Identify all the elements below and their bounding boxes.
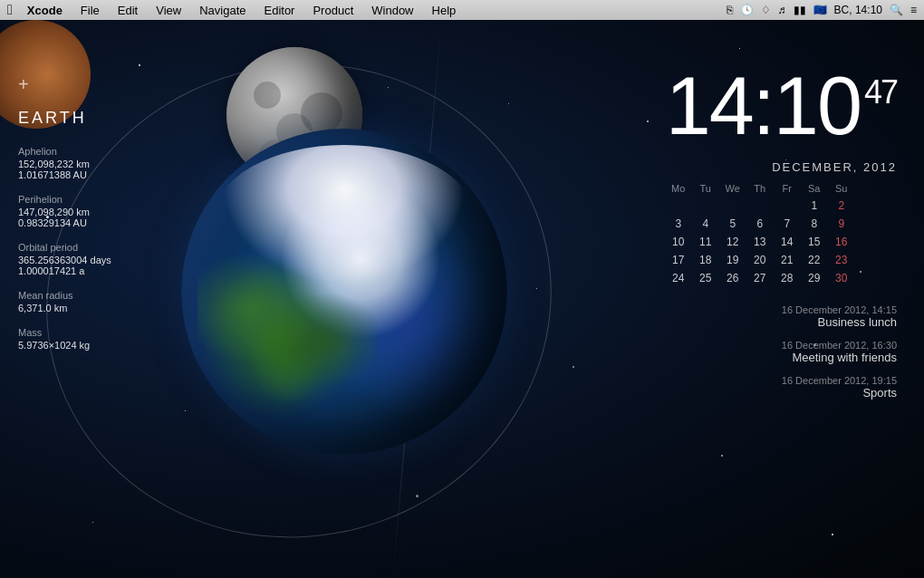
clock-panel: 14:1047 DECEMBER, 2012 Mo Tu We Th Fr Sa…	[666, 65, 897, 410]
orbital-row: Orbital period 365.256363004 days 1.0000…	[18, 242, 111, 276]
cal-day-8: 8	[802, 216, 827, 232]
volume-icon: ♬	[778, 4, 786, 16]
perihelion-label: Perihelion	[18, 194, 111, 205]
menu-editor[interactable]: Editor	[256, 0, 302, 20]
aphelion-km: 152,098,232 km	[18, 159, 111, 169]
event-1-datetime: 16 December 2012, 14:15	[666, 304, 897, 315]
cal-day-7: 7	[775, 216, 800, 232]
cal-day-11: 11	[693, 234, 718, 250]
aphelion-au: 1.01671388 AU	[18, 169, 111, 180]
cal-day-9: 9	[829, 216, 854, 232]
apple-menu[interactable]: 	[7, 2, 13, 18]
cal-day-17: 17	[666, 252, 691, 268]
menu-window[interactable]: Window	[364, 0, 420, 20]
orbital-a: 1.000017421 a	[18, 265, 111, 276]
calendar-grid: Mo Tu We Th Fr Sa Su 1 2 3 4 5 6	[666, 181, 897, 286]
cal-day-15: 15	[802, 234, 827, 250]
mass-row: Mass 5.9736×1024 kg	[18, 327, 111, 351]
wifi-icon: ⎘	[727, 4, 733, 16]
battery-icon: ▮▮	[794, 4, 806, 16]
cal-day-14: 14	[775, 234, 800, 250]
cal-day-23: 23	[829, 252, 854, 268]
event-2: 16 December 2012, 16:30 Meeting with fri…	[666, 340, 897, 364]
event-2-title: Meeting with friends	[666, 351, 897, 364]
menu-xcode[interactable]: Xcode	[20, 0, 70, 20]
event-3: 16 December 2012, 19:15 Sports	[666, 375, 897, 400]
radius-row: Mean radius 6,371.0 km	[18, 290, 111, 313]
bluetooth-icon: ♢	[761, 4, 771, 16]
perihelion-au: 0.98329134 AU	[18, 217, 111, 228]
cal-day-30: 30	[829, 270, 854, 286]
cal-header-sa: Sa	[802, 181, 827, 196]
menu-right-items: ⎘ 🕓 ♢ ♬ ▮▮ 🇪🇺 BC, 14:10 🔍 ≡	[727, 4, 917, 16]
cal-header-mo: Mo	[666, 181, 691, 196]
radius-label: Mean radius	[18, 290, 111, 301]
cal-header-th: Th	[747, 181, 773, 196]
cal-header-su: Su	[829, 181, 854, 196]
earth-container	[181, 129, 507, 455]
cal-day	[666, 197, 691, 214]
menu-file[interactable]: File	[73, 0, 107, 20]
calendar: DECEMBER, 2012 Mo Tu We Th Fr Sa Su 1 2 …	[666, 160, 897, 286]
perihelion-km: 147,098,290 km	[18, 207, 111, 217]
cal-day-21: 21	[775, 252, 800, 268]
events-panel: 16 December 2012, 14:15 Business lunch 1…	[666, 304, 897, 400]
menu-product[interactable]: Product	[305, 0, 361, 20]
event-2-datetime: 16 December 2012, 16:30	[666, 340, 897, 351]
clock-seconds: 47	[864, 76, 897, 109]
event-1: 16 December 2012, 14:15 Business lunch	[666, 304, 897, 329]
menu-edit[interactable]: Edit	[111, 0, 145, 20]
cal-day	[747, 197, 773, 214]
earth	[181, 129, 507, 455]
radius-value: 6,371.0 km	[18, 303, 111, 313]
info-panel: + EARTH Aphelion 152,098,232 km 1.016713…	[18, 74, 111, 364]
menu-help[interactable]: Help	[425, 0, 464, 20]
menu-bar:  Xcode File Edit View Navigate Editor P…	[0, 0, 924, 20]
cal-day-10: 10	[666, 234, 691, 250]
cal-day-13: 13	[747, 234, 773, 250]
cal-day-16-today: 16	[829, 234, 854, 250]
cal-day-22: 22	[802, 252, 827, 268]
list-icon[interactable]: ≡	[910, 4, 917, 16]
cal-day-20: 20	[747, 252, 773, 268]
mass-value: 5.9736×1024 kg	[18, 340, 111, 351]
event-1-title: Business lunch	[666, 315, 897, 329]
cal-day	[693, 197, 718, 214]
space-background: + EARTH Aphelion 152,098,232 km 1.016713…	[0, 20, 924, 578]
cal-day	[720, 197, 746, 214]
plus-icon[interactable]: +	[18, 74, 111, 95]
perihelion-row: Perihelion 147,098,290 km 0.98329134 AU	[18, 194, 111, 228]
menu-time: BC, 14:10	[834, 4, 882, 16]
cal-header-we: We	[720, 181, 746, 196]
clock-display: 14:1047	[666, 65, 897, 147]
menu-navigate[interactable]: Navigate	[192, 0, 253, 20]
event-3-title: Sports	[666, 386, 897, 400]
planet-name: EARTH	[18, 109, 111, 128]
cal-day-3: 3	[666, 216, 691, 232]
cal-header-fr: Fr	[775, 181, 800, 196]
cal-day-29: 29	[802, 270, 827, 286]
cal-day-12: 12	[720, 234, 746, 250]
clock-icon: 🕓	[740, 4, 754, 16]
calendar-month: DECEMBER, 2012	[666, 160, 897, 174]
orbital-days: 365.256363004 days	[18, 255, 111, 265]
aphelion-label: Aphelion	[18, 146, 111, 157]
aphelion-row: Aphelion 152,098,232 km 1.01671388 AU	[18, 146, 111, 180]
cal-day-5: 5	[720, 216, 746, 232]
cal-day-25: 25	[693, 270, 718, 286]
menu-view[interactable]: View	[149, 0, 188, 20]
orbital-label: Orbital period	[18, 242, 111, 253]
flag-icon: 🇪🇺	[813, 4, 827, 16]
cal-day	[775, 197, 800, 214]
cal-header-tu: Tu	[693, 181, 718, 196]
cal-day-28: 28	[775, 270, 800, 286]
cal-day-24: 24	[666, 270, 691, 286]
event-3-datetime: 16 December 2012, 19:15	[666, 375, 897, 386]
cal-day-1: 1	[802, 197, 827, 214]
cal-day-4: 4	[693, 216, 718, 232]
clock-hours-minutes: 14:10	[666, 65, 861, 147]
cal-day-18: 18	[693, 252, 718, 268]
cal-day-26: 26	[720, 270, 746, 286]
search-icon[interactable]: 🔍	[890, 4, 903, 16]
mass-label: Mass	[18, 327, 111, 338]
